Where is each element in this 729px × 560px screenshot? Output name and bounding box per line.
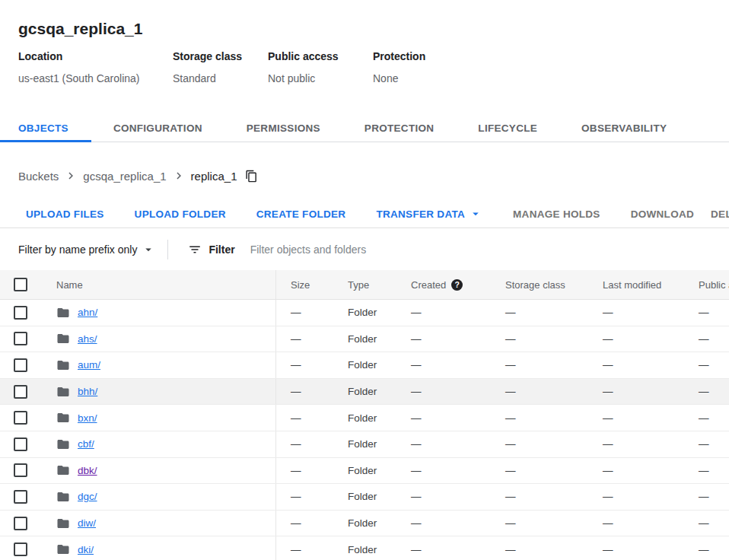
breadcrumb-bucket-name[interactable]: gcsqa_replica_1	[83, 170, 166, 183]
folder-link[interactable]: cbf/	[78, 438, 94, 450]
table-row: diw/ — Folder — — — —	[0, 511, 729, 537]
row-checkbox[interactable]	[14, 490, 27, 504]
cell-last-modified: —	[588, 438, 684, 450]
folder-link[interactable]: ahn/	[78, 307, 97, 318]
upload-files-button[interactable]: UPLOAD FILES	[20, 208, 110, 220]
cell-last-modified: —	[588, 465, 684, 476]
column-header-last-modified: Last modified	[588, 279, 684, 291]
tab-lifecycle[interactable]: LIFECYCLE	[456, 114, 559, 142]
folder-icon	[56, 463, 70, 477]
cell-public-access: —	[684, 465, 729, 476]
upload-folder-button[interactable]: UPLOAD FOLDER	[129, 208, 232, 220]
cell-created: —	[396, 307, 491, 318]
cell-storage-class: —	[491, 307, 588, 318]
filter-bar: Filter by name prefix only Filter	[0, 228, 729, 270]
tab-observability[interactable]: OBSERVABILITY	[559, 114, 689, 142]
cell-created: —	[396, 386, 491, 397]
meta-value: Not public	[268, 72, 373, 85]
tab-objects[interactable]: OBJECTS	[0, 114, 91, 142]
cell-created: —	[396, 465, 491, 476]
cell-size: —	[276, 438, 333, 450]
row-checkbox[interactable]	[14, 463, 27, 477]
filter-objects-input[interactable]	[249, 243, 729, 256]
row-checkbox[interactable]	[14, 438, 27, 451]
filter-label: Filter	[209, 243, 234, 256]
bucket-tabs: OBJECTS CONFIGURATION PERMISSIONS PROTEC…	[0, 114, 729, 142]
cell-storage-class: —	[491, 386, 588, 397]
row-checkbox[interactable]	[14, 517, 27, 530]
column-header-size: Size	[276, 279, 333, 291]
tab-configuration[interactable]: CONFIGURATION	[91, 114, 224, 142]
cell-created: —	[396, 333, 491, 345]
content-copy-icon	[245, 170, 258, 183]
select-all-checkbox[interactable]	[14, 278, 27, 291]
folder-link[interactable]: ahs/	[78, 333, 97, 345]
cell-last-modified: —	[588, 412, 684, 424]
filter-scope-select[interactable]: Filter by name prefix only	[18, 243, 155, 256]
meta-location: Location us-east1 (South Carolina)	[18, 50, 173, 85]
cell-created: —	[396, 517, 491, 529]
cell-size: —	[276, 333, 333, 345]
breadcrumb-buckets[interactable]: Buckets	[18, 170, 59, 183]
row-name-group: cbf/	[0, 431, 276, 457]
transfer-data-button[interactable]: TRANSFER DATA	[370, 207, 489, 221]
meta-value: us-east1 (South Carolina)	[18, 72, 173, 85]
folder-icon	[56, 438, 70, 451]
meta-value: None	[373, 72, 425, 85]
cell-public-access: —	[684, 333, 729, 345]
cell-public-access: —	[684, 517, 729, 529]
row-checkbox[interactable]	[14, 358, 27, 372]
row-checkbox[interactable]	[14, 542, 27, 556]
download-button[interactable]: DOWNLOAD	[625, 208, 700, 220]
objects-table: Name Size Type Created ? Storage class L…	[0, 270, 729, 560]
manage-holds-button[interactable]: MANAGE HOLDS	[507, 208, 606, 220]
folder-icon	[56, 490, 70, 504]
folder-link[interactable]: bxn/	[78, 412, 97, 424]
cell-created: —	[396, 491, 491, 502]
divider	[167, 240, 168, 259]
column-header-created: Created ?	[396, 279, 491, 291]
copy-path-button[interactable]	[245, 170, 258, 183]
table-row: bhh/ — Folder — — — —	[0, 379, 729, 406]
folder-link[interactable]: aum/	[78, 359, 100, 371]
folder-link[interactable]: dgc/	[78, 491, 97, 502]
row-checkbox[interactable]	[14, 332, 27, 345]
row-name-group: bhh/	[0, 379, 276, 405]
help-icon[interactable]: ?	[451, 279, 463, 291]
cell-last-modified: —	[588, 333, 684, 345]
row-name-group: dgc/	[0, 484, 276, 510]
cell-public-access: —	[684, 491, 729, 502]
folder-icon	[56, 306, 70, 320]
cell-created: —	[396, 438, 491, 450]
cell-last-modified: —	[588, 359, 684, 371]
folder-link[interactable]: bhh/	[78, 386, 97, 397]
folder-link[interactable]: dbk/	[78, 465, 97, 476]
arrow-drop-down-icon	[469, 207, 482, 221]
column-header-storage-class: Storage class	[491, 279, 588, 291]
folder-link[interactable]: dki/	[78, 544, 94, 555]
row-checkbox[interactable]	[14, 306, 27, 320]
objects-toolbar: UPLOAD FILES UPLOAD FOLDER CREATE FOLDER…	[0, 203, 729, 224]
table-header-row: Name Size Type Created ? Storage class L…	[0, 270, 729, 300]
meta-label: Protection	[373, 50, 425, 63]
cell-type: Folder	[333, 359, 396, 371]
tab-protection[interactable]: PROTECTION	[342, 114, 457, 142]
chevron-right-icon	[172, 169, 186, 183]
row-checkbox[interactable]	[14, 385, 27, 399]
tab-permissions[interactable]: PERMISSIONS	[224, 114, 342, 142]
create-folder-button[interactable]: CREATE FOLDER	[250, 208, 352, 220]
table-row: dki/ — Folder — — — —	[0, 536, 729, 560]
cell-created: —	[396, 544, 491, 555]
breadcrumb: Buckets gcsqa_replica_1 replica_1	[0, 167, 729, 185]
folder-link[interactable]: diw/	[78, 517, 96, 529]
table-row: bxn/ — Folder — — — —	[0, 405, 729, 431]
delete-button[interactable]: DELETE	[705, 208, 729, 220]
table-row: ahs/ — Folder — — — —	[0, 326, 729, 353]
folder-icon	[56, 332, 70, 345]
table-row: aum/ — Folder — — — —	[0, 352, 729, 379]
cell-size: —	[276, 465, 333, 476]
row-checkbox[interactable]	[14, 411, 27, 425]
cell-storage-class: —	[491, 517, 588, 529]
filter-prefix: Filter	[188, 243, 234, 256]
cell-type: Folder	[333, 491, 396, 502]
